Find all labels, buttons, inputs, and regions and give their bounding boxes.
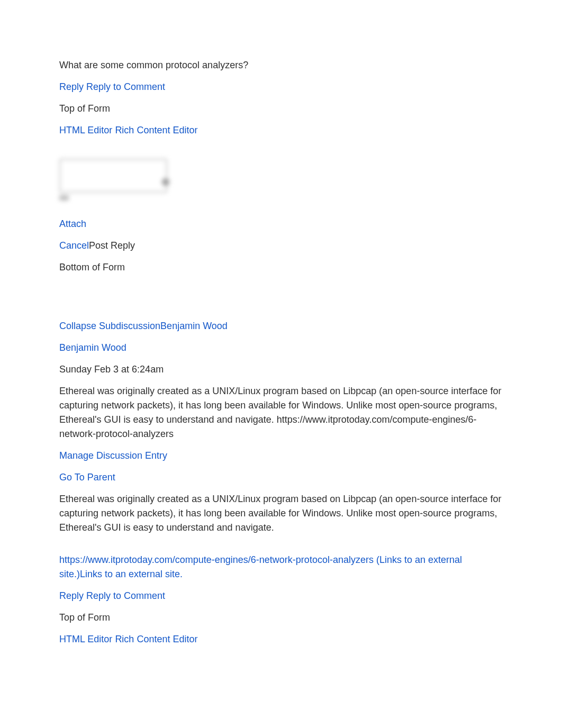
- external-link[interactable]: https://www.itprotoday.com/compute-engin…: [59, 554, 462, 579]
- attach-link[interactable]: Attach: [59, 219, 86, 229]
- editor-frame[interactable]: [59, 159, 167, 193]
- author-inline-link[interactable]: Benjamin Wood: [160, 321, 228, 331]
- reply-link-2[interactable]: Reply Reply to Comment: [59, 590, 165, 601]
- bottom-of-form-label: Bottom of Form: [59, 260, 503, 275]
- post-reply-button[interactable]: Post Reply: [89, 240, 135, 251]
- editor-preview: [59, 159, 165, 206]
- author-link[interactable]: Benjamin Wood: [59, 342, 126, 353]
- comment-body-1: Ethereal was originally created as a UNI…: [59, 384, 503, 441]
- reply-link[interactable]: Reply Reply to Comment: [59, 81, 165, 92]
- discussion-page: What are some common protocol analyzers?…: [0, 0, 562, 686]
- cancel-link[interactable]: Cancel: [59, 240, 89, 251]
- comment-body-2: Ethereal was originally created as a UNI…: [59, 492, 503, 535]
- top-of-form-label: Top of Form: [59, 102, 503, 116]
- go-to-parent-link[interactable]: Go To Parent: [59, 472, 115, 483]
- rich-content-editor-link[interactable]: Rich Content Editor: [115, 125, 197, 135]
- html-editor-link[interactable]: HTML Editor: [59, 125, 112, 135]
- collapse-subdiscussion-link[interactable]: Collapse Subdiscussion: [59, 321, 160, 331]
- rich-content-editor-link-2[interactable]: Rich Content Editor: [115, 634, 197, 644]
- manage-entry-link[interactable]: Manage Discussion Entry: [59, 450, 167, 461]
- question-text: What are some common protocol analyzers?: [59, 58, 503, 72]
- html-editor-link-2[interactable]: HTML Editor: [59, 634, 112, 644]
- top-of-form-label-2: Top of Form: [59, 611, 503, 625]
- timestamp: Sunday Feb 3 at 6:24am: [59, 362, 503, 377]
